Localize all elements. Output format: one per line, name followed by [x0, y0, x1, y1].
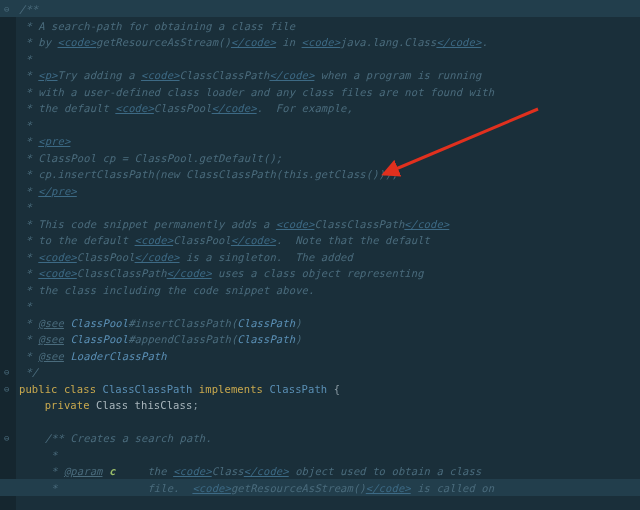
token-kw: private	[45, 399, 96, 411]
gutter-fold-mark[interactable]	[4, 315, 12, 332]
gutter-fold-mark[interactable]	[4, 414, 12, 431]
token-tag: </code>	[404, 218, 449, 230]
token-cmt: in	[276, 36, 302, 48]
code-line[interactable]: * <pre>	[19, 133, 636, 150]
code-line[interactable]: *	[19, 199, 636, 216]
gutter-fold-mark[interactable]	[4, 480, 12, 497]
gutter-fold-mark[interactable]	[4, 166, 12, 183]
token-ident: thisClass	[135, 399, 193, 411]
gutter-fold-mark[interactable]	[4, 265, 12, 282]
code-line[interactable]: * cp.insertClassPath(new ClassClassPath(…	[19, 166, 636, 183]
token-tag: <code>	[135, 234, 174, 246]
code-area[interactable]: /** * A search-path for obtaining a clas…	[19, 0, 636, 496]
token-cmt: *	[19, 333, 38, 345]
token-see: @see	[38, 350, 64, 362]
code-line[interactable]: * the default <code>ClassPool</code>. Fo…	[19, 100, 636, 117]
code-line[interactable]: public class ClassClassPath implements C…	[19, 381, 636, 398]
code-line[interactable]: * @see LoaderClassPath	[19, 348, 636, 365]
gutter-fold-mark[interactable]	[4, 183, 12, 200]
code-line[interactable]: * to the default <code>ClassPool</code>.…	[19, 232, 636, 249]
token-tag: <code>	[58, 36, 97, 48]
code-line[interactable]: *	[19, 298, 636, 315]
token-tag: <p>	[38, 69, 57, 81]
token-cmt: is called on	[411, 482, 494, 494]
gutter-fold-mark[interactable]	[4, 331, 12, 348]
token-cmt: * A search-path for obtaining a class fi…	[19, 20, 295, 32]
code-line[interactable]: * This code snippet permanently adds a <…	[19, 216, 636, 233]
token-type: ClassClassPath	[102, 383, 198, 395]
code-line[interactable]: *	[19, 51, 636, 68]
token-punct: {	[334, 383, 340, 395]
code-line[interactable]: * <code>ClassPool</code> is a singleton.…	[19, 249, 636, 266]
code-line[interactable]: * </pre>	[19, 183, 636, 200]
code-line[interactable]	[19, 414, 636, 431]
gutter-fold-mark[interactable]	[4, 249, 12, 266]
token-cmt: /** Creates a search path.	[19, 432, 212, 444]
token-see: @param	[64, 465, 103, 477]
gutter-fold-mark[interactable]	[4, 117, 12, 134]
gutter-fold-mark[interactable]	[4, 34, 12, 51]
gutter-fold-mark[interactable]	[4, 397, 12, 414]
token-cmt: * file.	[19, 482, 192, 494]
token-tag: <code>	[38, 267, 77, 279]
code-line[interactable]: * A search-path for obtaining a class fi…	[19, 18, 636, 35]
token-cmt: * ClassPool cp = ClassPool.getDefault();	[19, 152, 282, 164]
token-see: @see	[38, 333, 64, 345]
gutter-fold-mark[interactable]	[4, 348, 12, 365]
code-line[interactable]: * with a user-defined class loader and a…	[19, 84, 636, 101]
token-tag: </pre>	[38, 185, 77, 197]
gutter-fold-mark[interactable]: ⊖	[4, 430, 12, 447]
gutter-fold-mark[interactable]	[4, 150, 12, 167]
code-editor[interactable]: ⊖⊖⊖⊖ /** * A search-path for obtaining a…	[0, 0, 640, 510]
code-line[interactable]: */	[19, 364, 636, 381]
code-line[interactable]: /**	[19, 1, 636, 18]
code-line[interactable]: /** Creates a search path.	[19, 430, 636, 447]
token-cmt: *	[19, 350, 38, 362]
token-cmt: the	[115, 465, 173, 477]
code-line[interactable]: * <p>Try adding a <code>ClassClassPath</…	[19, 67, 636, 84]
gutter-fold-mark[interactable]	[4, 133, 12, 150]
code-line[interactable]: * by <code>getResourceAsStream()</code> …	[19, 34, 636, 51]
token-cmt: ClassClassPath	[77, 267, 167, 279]
token-cmt: *	[19, 317, 38, 329]
gutter-fold-mark[interactable]	[4, 199, 12, 216]
token-cmt: getResourceAsStream()	[96, 36, 231, 48]
gutter-fold-mark[interactable]: ⊖	[4, 381, 12, 398]
code-line[interactable]: private Class thisClass;	[19, 397, 636, 414]
token-link: ClassPool	[70, 317, 128, 329]
token-cmt: * cp.insertClassPath(new ClassClassPath(…	[19, 168, 398, 180]
code-line[interactable]: * ClassPool cp = ClassPool.getDefault();	[19, 150, 636, 167]
gutter-fold-mark[interactable]	[4, 282, 12, 299]
gutter-fold-mark[interactable]	[4, 100, 12, 117]
token-cmt: *	[19, 119, 32, 131]
gutter-fold-mark[interactable]	[4, 216, 12, 233]
code-line[interactable]: * @param c the <code>Class</code> object…	[19, 463, 636, 480]
code-line[interactable]: * the class including the code snippet a…	[19, 282, 636, 299]
token-tag: <code>	[141, 69, 180, 81]
gutter-fold-mark[interactable]	[4, 84, 12, 101]
token-cmt: *	[19, 449, 58, 461]
token-link: ClassPath	[237, 317, 295, 329]
code-line[interactable]: * @see ClassPool#insertClassPath(ClassPa…	[19, 315, 636, 332]
gutter-fold-mark[interactable]	[4, 51, 12, 68]
fold-gutter[interactable]: ⊖⊖⊖⊖	[4, 1, 12, 496]
gutter-fold-mark[interactable]	[4, 298, 12, 315]
gutter-fold-mark[interactable]: ⊖	[4, 364, 12, 381]
code-line[interactable]: * file. <code>getResourceAsStream()</cod…	[19, 480, 636, 497]
gutter-fold-mark[interactable]	[4, 463, 12, 480]
gutter-fold-mark[interactable]	[4, 67, 12, 84]
code-line[interactable]: *	[19, 117, 636, 134]
gutter-fold-mark[interactable]: ⊖	[4, 1, 12, 18]
token-cmt: * the class including the code snippet a…	[19, 284, 314, 296]
gutter-fold-mark[interactable]	[4, 18, 12, 35]
token-cmt: when a program is running	[314, 69, 481, 81]
token-cmt: ClassClassPath	[180, 69, 270, 81]
gutter-fold-mark[interactable]	[4, 447, 12, 464]
token-cmt: . Note that the default	[276, 234, 430, 246]
code-line[interactable]: * <code>ClassClassPath</code> uses a cla…	[19, 265, 636, 282]
token-kw: class	[64, 383, 103, 395]
token-cmt: object used to obtain a class	[289, 465, 482, 477]
code-line[interactable]: *	[19, 447, 636, 464]
gutter-fold-mark[interactable]	[4, 232, 12, 249]
code-line[interactable]: * @see ClassPool#appendClassPath(ClassPa…	[19, 331, 636, 348]
